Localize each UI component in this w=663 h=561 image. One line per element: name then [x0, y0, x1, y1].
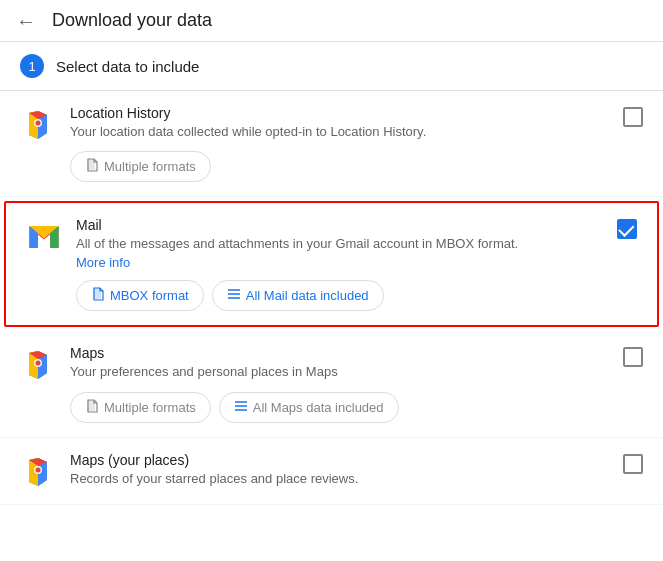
mail-btn-icon-1: [227, 287, 241, 304]
mail-format-btn-1[interactable]: All Mail data included: [212, 280, 384, 311]
maps-title: Maps: [70, 345, 613, 361]
location-history-checkbox-area: [613, 107, 643, 127]
location-history-btn-icon-0: [85, 158, 99, 175]
maps-format-btn-1[interactable]: All Maps data included: [219, 392, 399, 423]
location-history-format-buttons: Multiple formats: [70, 151, 613, 182]
location-history-format-btn-0[interactable]: Multiple formats: [70, 151, 211, 182]
mail-title: Mail: [76, 217, 607, 233]
maps-checkbox[interactable]: [623, 347, 643, 367]
maps-places-checkbox[interactable]: [623, 454, 643, 474]
mail-format-buttons: MBOX formatAll Mail data included: [76, 280, 607, 311]
location-history-description: Your location data collected while opted…: [70, 123, 613, 141]
mail-btn-icon-0: [91, 287, 105, 304]
svg-point-8: [36, 361, 41, 366]
maps-format-buttons: Multiple formatsAll Maps data included: [70, 392, 613, 423]
maps-places-title: Maps (your places): [70, 452, 613, 468]
data-item-maps-places: Maps (your places)Records of your starre…: [0, 438, 663, 505]
maps-format-btn-0[interactable]: Multiple formats: [70, 392, 211, 423]
maps-checkbox-area: [613, 347, 643, 367]
maps-places-checkbox-area: [613, 454, 643, 474]
page-title: Download your data: [52, 10, 212, 31]
step-bar: 1 Select data to include: [0, 42, 663, 91]
maps-btn-label-0: Multiple formats: [104, 400, 196, 415]
svg-point-14: [36, 467, 41, 472]
back-button[interactable]: ←: [16, 11, 36, 31]
step-label: Select data to include: [56, 58, 199, 75]
mail-description: All of the messages and attachments in y…: [76, 235, 607, 253]
mail-format-btn-0[interactable]: MBOX format: [76, 280, 204, 311]
location-history-body: Location HistoryYour location data colle…: [70, 105, 613, 182]
location-history-btn-label-0: Multiple formats: [104, 159, 196, 174]
data-item-maps: MapsYour preferences and personal places…: [0, 331, 663, 437]
svg-point-1: [36, 121, 41, 126]
header: ← Download your data: [0, 0, 663, 42]
location-history-icon: [20, 107, 56, 143]
maps-description: Your preferences and personal places in …: [70, 363, 613, 381]
location-history-title: Location History: [70, 105, 613, 121]
maps-places-description: Records of your starred places and place…: [70, 470, 613, 488]
maps-places-body: Maps (your places)Records of your starre…: [70, 452, 613, 488]
mail-btn-label-1: All Mail data included: [246, 288, 369, 303]
data-item-location-history: Location HistoryYour location data colle…: [0, 91, 663, 197]
content: Location HistoryYour location data colle…: [0, 91, 663, 505]
mail-icon: [26, 219, 62, 255]
maps-places-icon: [20, 454, 56, 490]
maps-btn-icon-1: [234, 399, 248, 416]
mail-body: MailAll of the messages and attachments …: [76, 217, 607, 311]
location-history-checkbox[interactable]: [623, 107, 643, 127]
step-number: 1: [20, 54, 44, 78]
mail-btn-label-0: MBOX format: [110, 288, 189, 303]
maps-body: MapsYour preferences and personal places…: [70, 345, 613, 422]
data-item-mail: MailAll of the messages and attachments …: [4, 201, 659, 327]
mail-checkbox-area: [607, 219, 637, 239]
mail-more-info-link[interactable]: More info: [76, 255, 130, 270]
maps-btn-icon-0: [85, 399, 99, 416]
mail-checkbox[interactable]: [617, 219, 637, 239]
maps-btn-label-1: All Maps data included: [253, 400, 384, 415]
maps-icon: [20, 347, 56, 383]
